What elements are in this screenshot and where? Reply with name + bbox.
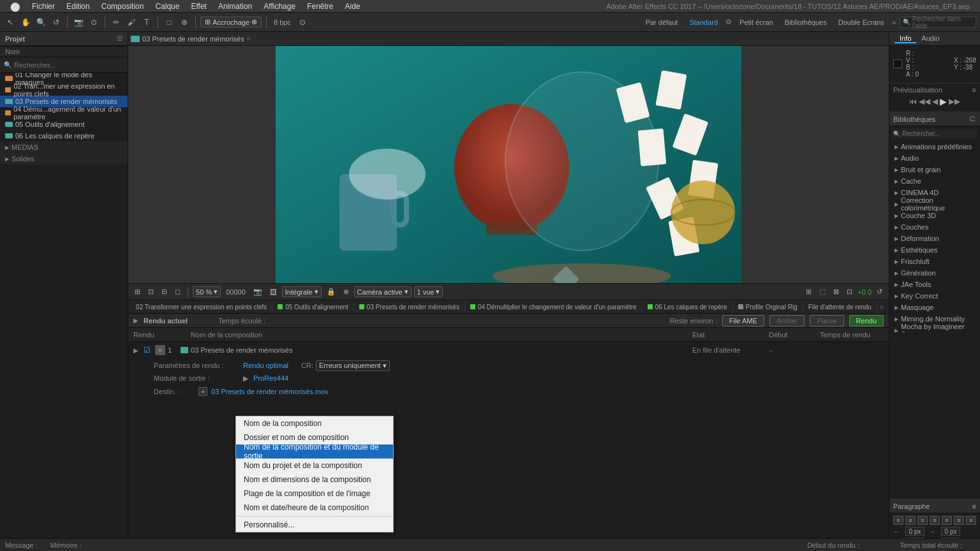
menu-edition[interactable]: Edition <box>61 0 95 13</box>
cr-dropdown[interactable]: Erreurs uniquement ▾ <box>316 360 390 371</box>
lib-item-animations[interactable]: ▶Animations prédéfinies <box>889 141 980 152</box>
tool-rotate[interactable]: ↺ <box>50 16 63 29</box>
module-expand-icon[interactable]: ▶ <box>243 374 248 383</box>
vc-3d-grid[interactable]: ⊞ <box>803 288 814 296</box>
bottom-tab-2[interactable]: 03 Presets de render mémorisés <box>354 301 465 312</box>
vc-sync[interactable]: ⊕ <box>341 288 352 296</box>
ctx-item-2[interactable]: Nom de la composition et du module de so… <box>236 444 393 459</box>
vc-grid[interactable]: ⊡ <box>145 288 156 296</box>
tool-brush[interactable]: 🖌 <box>125 16 138 29</box>
para-align-center[interactable]: ≡ <box>905 516 916 525</box>
tool-puppet[interactable]: ⊕ <box>178 16 191 29</box>
ctx-item-6[interactable]: Nom et date/heure de la composition <box>236 501 393 515</box>
lib-item-generation[interactable]: ▶Génération <box>889 267 980 279</box>
tool-shape[interactable]: □ <box>163 16 175 29</box>
para-justify-left[interactable]: ≡ <box>930 516 940 525</box>
output-add-button[interactable]: + <box>198 387 207 396</box>
menu-animation[interactable]: Animation <box>213 0 257 13</box>
tool-hand[interactable]: ✋ <box>19 16 32 29</box>
preview-skip-start[interactable]: ⏮ <box>909 97 917 106</box>
vc-reset[interactable]: ↺ <box>874 288 885 296</box>
libraries-search-input[interactable] <box>902 130 976 137</box>
arreter-button[interactable]: Arrêter <box>769 315 805 327</box>
bottom-tab-5[interactable]: Profile Orginal Rig <box>733 301 803 312</box>
file-ame-button[interactable]: File AME <box>722 315 764 327</box>
tool-type[interactable]: T <box>140 16 153 29</box>
menu-composition[interactable]: Composition <box>96 0 149 13</box>
view-par-defaut[interactable]: Par défaut <box>642 18 682 27</box>
pause-button[interactable]: Pause <box>810 315 843 327</box>
view-settings-icon[interactable]: ⚙ <box>725 18 732 26</box>
ritem-expand-icon[interactable]: ▶ <box>133 347 142 354</box>
params-value-link[interactable]: Rendu optimal <box>243 362 288 369</box>
bottom-tab-0[interactable]: 02 Transformer une expression en points … <box>131 301 272 312</box>
view-petit-ecran[interactable]: Petit écran <box>736 18 777 27</box>
bpc-settings[interactable]: ⊙ <box>296 16 309 29</box>
project-search-input[interactable] <box>14 61 124 69</box>
lib-item-mocha[interactable]: ▶Mocha by Imagineer Systems <box>889 325 980 332</box>
preview-back-frame[interactable]: ◀ <box>932 97 938 106</box>
para-align-right[interactable]: ≡ <box>917 516 928 525</box>
bottom-tab-6[interactable]: File d'attente de rendu <box>803 301 877 312</box>
view-bibliotheques[interactable]: Bibliothèques <box>781 18 831 27</box>
comp-tab-label[interactable]: 03 Presets de render mémorisés <box>142 35 244 43</box>
menu-affichage[interactable]: Affichage <box>258 0 301 13</box>
preview-play[interactable]: ▶ <box>940 96 947 107</box>
ctx-item-4[interactable]: Nom et dimensions de la composition <box>236 473 393 487</box>
tool-camera[interactable]: 📷 <box>72 16 85 29</box>
info-tab-audio[interactable]: Audio <box>916 34 944 43</box>
view-standard[interactable]: Standard <box>685 18 722 27</box>
lib-item-audio[interactable]: ▶Audio <box>889 152 980 164</box>
help-search[interactable]: 🔍 Rechercher dans l'aide <box>900 17 976 28</box>
bottom-tab-1[interactable]: 05 Outils d'alignement <box>272 301 354 312</box>
project-menu-icon[interactable]: ☰ <box>117 35 122 42</box>
output-link[interactable]: 03 Presets de render mémorisés.mov <box>211 388 328 395</box>
ctx-item-3[interactable]: Nom du projet et de la composition <box>236 459 393 473</box>
ctx-item-7[interactable]: Personnalisé... <box>236 518 393 532</box>
project-item-2[interactable]: 02 Tran...mer une expression en points c… <box>0 84 128 96</box>
vc-views-dropdown[interactable]: 1 vue ▾ <box>414 286 443 297</box>
tool-pen[interactable]: ✏ <box>110 16 122 29</box>
rendu-button[interactable]: Rendu <box>849 315 884 327</box>
menu-fenetre[interactable]: Fenêtre <box>302 0 338 13</box>
lib-item-keycorrect[interactable]: ▶Key Correct <box>889 290 980 302</box>
vc-camera-dropdown[interactable]: Caméra active ▾ <box>354 286 412 297</box>
para-justify-all[interactable]: ≡ <box>966 516 976 525</box>
vc-show-snapshot[interactable]: 🖼 <box>267 288 279 296</box>
lib-item-bruit[interactable]: ▶Bruit et grain <box>889 164 980 175</box>
menu-effet[interactable]: Effet <box>186 0 211 13</box>
lib-item-correction[interactable]: ▶Correction colorimétrique <box>889 198 980 210</box>
para-align-left[interactable]: ≡ <box>893 516 903 525</box>
lib-item-masquage[interactable]: ▶Masquage <box>889 302 980 313</box>
project-item-6[interactable]: 06 Les calques de repère <box>0 130 128 142</box>
para-indent-left-input[interactable] <box>905 527 924 536</box>
project-item-4[interactable]: 04 Dému...agement de valeur d'un paramèt… <box>0 107 128 119</box>
lib-item-esthetiques[interactable]: ▶Esthétiques <box>889 244 980 256</box>
bottom-tab-3[interactable]: 04 Démultiplier le changement de valeur … <box>465 301 642 312</box>
tool-select[interactable]: ↖ <box>4 16 17 29</box>
vc-quality-dropdown[interactable]: Intégrale ▾ <box>282 286 322 297</box>
para-justify-right[interactable]: ≡ <box>954 516 964 525</box>
vc-timecode[interactable]: 00000 <box>223 288 248 296</box>
menu-aide[interactable]: Aide <box>339 0 365 13</box>
folder-solides[interactable]: ▶ Solides <box>0 153 128 165</box>
vc-exposure[interactable]: ⊡ <box>844 288 855 296</box>
lib-item-deformation[interactable]: ▶Déformation <box>889 233 980 244</box>
render-expand-icon[interactable]: ▶ <box>133 317 138 324</box>
apple-menu[interactable]: ⬤ <box>5 0 26 13</box>
view-double-ecrans[interactable]: Double Ecrans <box>835 18 888 27</box>
menu-fichier[interactable]: Fichier <box>27 0 60 13</box>
vc-zoom-dropdown[interactable]: 50 % ▾ <box>193 286 221 297</box>
vc-transparency2[interactable]: ⬚ <box>817 288 828 296</box>
comp-tab-menu-icon[interactable]: ≡ <box>247 35 251 42</box>
vc-lock[interactable]: 🔒 <box>324 288 338 296</box>
vc-blend[interactable]: ⊠ <box>831 288 842 296</box>
more-tabs-icon[interactable]: » <box>877 303 886 311</box>
ritem-check-icon[interactable]: ☑ <box>144 346 152 355</box>
preview-next-frame[interactable]: ▶▶ <box>949 97 960 106</box>
preview-prev-frame[interactable]: ◀◀ <box>919 97 930 106</box>
module-value-link[interactable]: ProRes444 <box>253 374 288 382</box>
para-indent-right-input[interactable] <box>941 527 960 536</box>
para-justify-center[interactable]: ≡ <box>942 516 952 525</box>
menu-calque[interactable]: Calque <box>150 0 184 13</box>
